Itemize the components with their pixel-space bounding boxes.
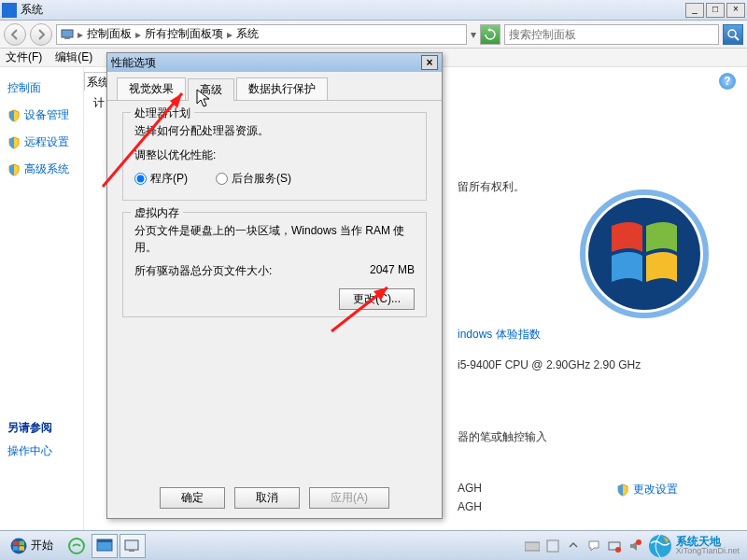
wei-link[interactable]: indows 体验指数 [458, 327, 541, 343]
address-bar: ▸ 控制面板 ▸ 所有控制面板项 ▸ 系统 ▾ [0, 21, 747, 49]
taskbar: 开始 系统天地 XiTongTianDi.net [0, 530, 747, 560]
svg-rect-14 [125, 540, 138, 550]
tray-action-center-icon[interactable] [586, 539, 601, 553]
window-title: 系统 [21, 2, 684, 18]
tray-volume-icon[interactable] [627, 539, 642, 553]
refresh-button[interactable] [480, 24, 500, 45]
search-button[interactable] [723, 24, 743, 45]
tab-dep[interactable]: 数据执行保护 [236, 77, 328, 100]
pen-text: 器的笔或触控输入 [458, 429, 547, 445]
taskbar-control-panel[interactable] [92, 534, 118, 558]
radio-programs[interactable]: 程序(P) [134, 171, 188, 187]
vm-legend: 虚拟内存 [131, 205, 183, 221]
sidebar-action-center[interactable]: 操作中心 [7, 443, 79, 459]
minimize-button[interactable]: _ [685, 3, 704, 18]
tab-advanced[interactable]: 高级 [188, 78, 234, 101]
computer-icon [61, 28, 74, 41]
svg-point-10 [11, 538, 27, 553]
forward-button[interactable] [30, 23, 52, 46]
agh2-text: AGH [458, 500, 482, 513]
svg-rect-17 [547, 540, 558, 552]
system-icon [123, 537, 142, 555]
back-arrow-icon [9, 29, 21, 40]
sched-desc: 选择如何分配处理器资源。 [134, 122, 415, 139]
sidebar-device-manager[interactable]: 设备管理 [7, 107, 79, 123]
start-button[interactable]: 开始 [2, 535, 62, 557]
dialog-title: 性能选项 [111, 55, 421, 71]
sidebar-advanced-system[interactable]: 高级系统 [7, 161, 79, 177]
sidebar-remote[interactable]: 远程设置 [7, 134, 79, 150]
back-button[interactable] [4, 23, 26, 46]
tray-network-icon[interactable] [607, 539, 622, 553]
menu-file[interactable]: 文件(F) [6, 49, 42, 65]
shield-icon [616, 483, 629, 497]
vm-total-label: 所有驱动器总分页文件大小: [134, 263, 272, 279]
help-icon[interactable]: ? [719, 73, 736, 90]
shield-icon [7, 136, 21, 149]
brand-url: XiTongTianDi.net [676, 547, 740, 555]
window-icon [2, 3, 17, 18]
sched-legend: 处理器计划 [131, 105, 194, 121]
svg-point-2 [728, 30, 736, 37]
brand-watermark: 系统天地 XiTongTianDi.net [648, 534, 740, 558]
panel-icon [95, 537, 114, 555]
copyright-text: 留所有权利。 [458, 179, 525, 195]
crumb-all-items[interactable]: 所有控制面板项 [145, 26, 223, 42]
cpu-text: i5-9400F CPU @ 2.90GHz 2.90 GHz [458, 358, 641, 371]
svg-line-3 [735, 36, 739, 40]
cancel-button[interactable]: 取消 [234, 487, 300, 509]
svg-rect-13 [97, 539, 112, 542]
dialog-close-button[interactable]: × [421, 55, 438, 70]
see-also-heading: 另请参阅 [7, 420, 79, 436]
windows-logo [579, 189, 710, 319]
dialog-tabs: 视觉效果 高级 数据执行保护 [107, 72, 442, 101]
start-label: 开始 [31, 538, 53, 553]
breadcrumb[interactable]: ▸ 控制面板 ▸ 所有控制面板项 ▸ 系统 [56, 24, 467, 45]
sched-adjust: 调整以优化性能: [134, 147, 415, 163]
refresh-icon [484, 28, 497, 41]
menu-edit[interactable]: 编辑(E) [55, 49, 92, 65]
brand-globe-icon [648, 534, 672, 558]
agh1-text: AGH [458, 482, 482, 495]
radio-services[interactable]: 后台服务(S) [216, 171, 291, 187]
ok-button[interactable]: 确定 [160, 487, 225, 509]
sidebar-home[interactable]: 控制面 [7, 80, 79, 96]
change-vm-button[interactable]: 更改(C)... [339, 288, 415, 310]
svg-point-11 [69, 539, 84, 553]
taskbar-system-properties[interactable] [120, 534, 146, 558]
tab-panel-advanced: 处理器计划 选择如何分配处理器资源。 调整以优化性能: 程序(P) 后台服务(S… [107, 101, 442, 340]
search-icon [726, 28, 740, 41]
taskbar-browser[interactable] [63, 534, 90, 558]
tray-show-desktop[interactable] [545, 539, 560, 553]
shield-icon [7, 109, 21, 122]
vm-desc: 分页文件是硬盘上的一块区域，Windows 当作 RAM 使用。 [134, 222, 415, 256]
tray-keyboard-icon[interactable] [525, 539, 540, 553]
close-button[interactable]: × [726, 3, 745, 18]
svg-point-5 [588, 198, 700, 310]
virtual-memory-group: 虚拟内存 分页文件是硬盘上的一块区域，Windows 当作 RAM 使用。 所有… [122, 212, 427, 317]
left-sidebar: 控制面 设备管理 远程设置 高级系统 另请参阅 操作中心 [0, 67, 84, 541]
forward-arrow-icon [35, 29, 47, 40]
svg-rect-0 [62, 30, 73, 37]
crumb-control-panel[interactable]: 控制面板 [87, 26, 132, 42]
windows-orb-icon [10, 538, 27, 554]
performance-options-dialog: 性能选项 × 视觉效果 高级 数据执行保护 处理器计划 选择如何分配处理器资源。… [106, 52, 443, 519]
search-box[interactable] [504, 24, 719, 45]
tab-visual-effects[interactable]: 视觉效果 [117, 77, 186, 100]
svg-point-20 [636, 539, 641, 545]
apply-button[interactable]: 应用(A) [309, 487, 389, 509]
svg-point-21 [649, 535, 671, 557]
tray-chevron-icon[interactable] [566, 539, 581, 553]
svg-rect-15 [129, 550, 134, 552]
shield-icon [7, 163, 21, 176]
processor-scheduling-group: 处理器计划 选择如何分配处理器资源。 调整以优化性能: 程序(P) 后台服务(S… [122, 112, 427, 201]
svg-rect-1 [64, 37, 70, 39]
search-input[interactable] [509, 28, 714, 41]
crumb-system[interactable]: 系统 [236, 26, 259, 42]
dialog-buttons: 确定 取消 应用(A) [107, 487, 442, 509]
partial-label: 计 [93, 95, 105, 111]
dialog-titlebar: 性能选项 × [107, 53, 442, 72]
maximize-button[interactable]: □ [706, 3, 725, 18]
change-settings-link[interactable]: 更改设置 [616, 482, 678, 497]
svg-rect-16 [525, 542, 540, 551]
